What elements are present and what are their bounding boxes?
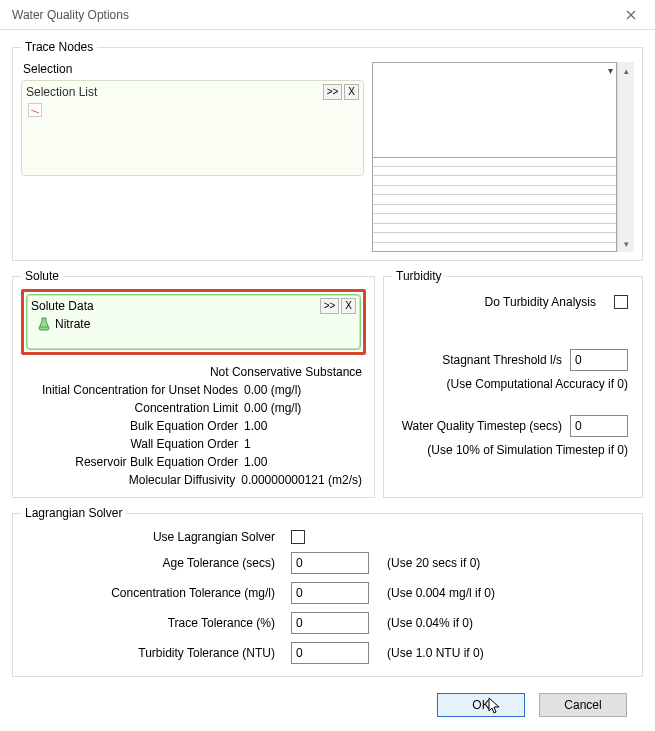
do-turbidity-label: Do Turbidity Analysis (485, 295, 596, 309)
solute-init-conc-value: 0.00 (mg/l) (244, 381, 362, 399)
stagnant-threshold-note: (Use Computational Accuracy if 0) (392, 375, 634, 393)
solute-init-conc-label: Initial Concentration for Unset Nodes (42, 381, 238, 399)
solute-item-label: Nitrate (55, 317, 90, 331)
solute-data-title: Solute Data (31, 299, 318, 313)
scroll-track[interactable] (618, 79, 634, 235)
solute-mol-diff-value: 0.00000000121 (m2/s) (241, 471, 362, 489)
selection-list-body[interactable] (26, 101, 359, 171)
grid-row[interactable] (373, 243, 616, 251)
selection-list-title: Selection List (26, 85, 321, 99)
turbidity-group: Turbidity Do Turbidity Analysis Stagnant… (383, 269, 643, 498)
solute-conc-limit-label: Concentration Limit (135, 399, 238, 417)
grid-row[interactable] (373, 158, 616, 167)
stagnant-threshold-input[interactable] (570, 349, 628, 371)
wq-timestep-input[interactable] (570, 415, 628, 437)
lagrangian-legend: Lagrangian Solver (21, 506, 126, 520)
solute-bulk-eq-value: 1.00 (244, 417, 362, 435)
grid-row[interactable] (373, 205, 616, 214)
turb-tolerance-input[interactable] (291, 642, 369, 664)
ok-button[interactable]: OK (437, 693, 525, 717)
conc-tolerance-input[interactable] (291, 582, 369, 604)
solute-group: Solute Solute Data >> X Nitrate (12, 269, 375, 498)
trace-nodes-dropdown[interactable] (372, 62, 617, 158)
age-tolerance-input[interactable] (291, 552, 369, 574)
solute-properties: Not Conservative Substance Initial Conce… (21, 363, 366, 489)
do-turbidity-checkbox[interactable] (614, 295, 628, 309)
turb-tolerance-label: Turbidity Tolerance (NTU) (21, 646, 281, 660)
conc-tolerance-label: Concentration Tolerance (mg/l) (21, 586, 281, 600)
use-lagrangian-label: Use Lagrangian Solver (21, 530, 281, 544)
selection-label: Selection (23, 62, 364, 76)
flask-icon (37, 317, 51, 331)
scroll-up-icon[interactable]: ▴ (618, 62, 634, 79)
grid-row[interactable] (373, 214, 616, 223)
trace-tolerance-hint: (Use 0.04% if 0) (379, 616, 634, 630)
trace-nodes-group: Trace Nodes Selection Selection List >> … (12, 40, 643, 261)
solute-wall-eq-label: Wall Equation Order (130, 435, 238, 453)
solute-expand-button[interactable]: >> (320, 298, 340, 314)
placeholder-icon (28, 103, 42, 117)
selection-list-expand-button[interactable]: >> (323, 84, 343, 100)
grid-row[interactable] (373, 233, 616, 242)
cancel-button[interactable]: Cancel (539, 693, 627, 717)
turbidity-legend: Turbidity (392, 269, 446, 283)
solute-conservative-label: Not Conservative Substance (210, 363, 362, 381)
solute-res-bulk-value: 1.00 (244, 453, 362, 471)
turb-tolerance-hint: (Use 1.0 NTU if 0) (379, 646, 634, 660)
solute-wall-eq-value: 1 (244, 435, 362, 453)
ok-button-label: OK (472, 698, 489, 712)
scroll-down-icon[interactable]: ▾ (618, 235, 634, 252)
wq-timestep-label: Water Quality Timestep (secs) (402, 419, 562, 433)
grid-row[interactable] (373, 167, 616, 176)
solute-legend: Solute (21, 269, 63, 283)
wq-timestep-note: (Use 10% of Simulation Timestep if 0) (392, 441, 634, 459)
grid-row[interactable] (373, 224, 616, 233)
solute-mol-diff-label: Molecular Diffusivity (129, 471, 235, 489)
age-tolerance-label: Age Tolerance (secs) (21, 556, 281, 570)
use-lagrangian-checkbox[interactable] (291, 530, 305, 544)
trace-nodes-legend: Trace Nodes (21, 40, 97, 54)
solute-res-bulk-label: Reservoir Bulk Equation Order (75, 453, 238, 471)
solute-highlight-box: Solute Data >> X Nitrate (21, 289, 366, 355)
selection-list-box: Selection List >> X (21, 80, 364, 176)
solute-data-box: Solute Data >> X Nitrate (26, 294, 361, 350)
trace-nodes-grid[interactable] (372, 158, 617, 253)
solute-conc-limit-value: 0.00 (mg/l) (244, 399, 362, 417)
grid-row[interactable] (373, 195, 616, 204)
age-tolerance-hint: (Use 20 secs if 0) (379, 556, 634, 570)
solute-item-nitrate[interactable]: Nitrate (31, 315, 356, 333)
grid-scrollbar[interactable]: ▴ ▾ (617, 62, 634, 252)
conc-tolerance-hint: (Use 0.004 mg/l if 0) (379, 586, 634, 600)
window-title: Water Quality Options (8, 8, 615, 22)
close-button[interactable] (615, 4, 647, 26)
stagnant-threshold-label: Stagnant Threshold l/s (442, 353, 562, 367)
lagrangian-group: Lagrangian Solver Use Lagrangian Solver … (12, 506, 643, 677)
selection-list-clear-button[interactable]: X (344, 84, 359, 100)
grid-row[interactable] (373, 176, 616, 185)
trace-tolerance-label: Trace Tolerance (%) (21, 616, 281, 630)
titlebar: Water Quality Options (0, 0, 655, 30)
grid-row[interactable] (373, 186, 616, 195)
solute-clear-button[interactable]: X (341, 298, 356, 314)
trace-tolerance-input[interactable] (291, 612, 369, 634)
cancel-button-label: Cancel (564, 698, 601, 712)
solute-bulk-eq-label: Bulk Equation Order (130, 417, 238, 435)
